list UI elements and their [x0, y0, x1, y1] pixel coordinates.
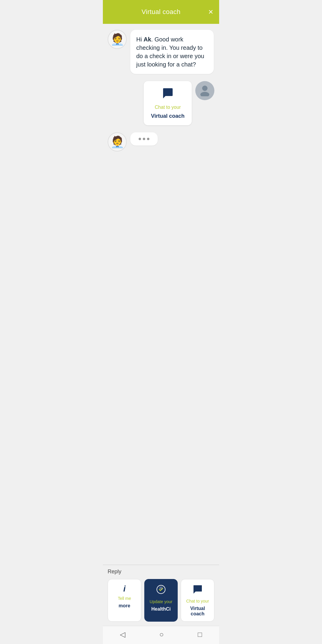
coach-avatar-emoji-2: 🧑‍💼 [110, 136, 124, 148]
back-nav-button[interactable]: ◁ [120, 630, 125, 639]
coach-avatar-emoji: 🧑‍💼 [110, 34, 124, 45]
dot-3 [147, 138, 149, 140]
home-nav-button[interactable]: ○ [159, 630, 164, 639]
nav-bar: ◁ ○ □ [103, 626, 219, 644]
coach-message-row: 🧑‍💼 Hi Ak. Good work checking in. You re… [108, 30, 214, 74]
update-health-label-bottom: HealthCi [151, 606, 171, 612]
info-icon: i [123, 584, 126, 594]
coach-bubble: Hi Ak. Good work checking in. You ready … [130, 30, 214, 74]
header-title: Virtual coach [142, 8, 181, 16]
chat-area: 🧑‍💼 Hi Ak. Good work checking in. You re… [103, 24, 219, 565]
user-avatar-icon [198, 83, 211, 98]
chat-icon [193, 584, 203, 596]
chat-coach-label-bottom: Virtual coach [183, 606, 212, 617]
svg-point-1 [200, 92, 209, 96]
greeting-text: Hi [136, 36, 143, 43]
action-buttons: i Tell me more Update your HealthCi [108, 579, 214, 625]
typing-row: 🧑‍💼 [108, 132, 214, 151]
chat-coach-label-top: Chat to your [186, 599, 209, 603]
update-health-button[interactable]: Update your HealthCi [144, 579, 178, 622]
tell-me-more-button[interactable]: i Tell me more [108, 579, 141, 622]
dot-1 [139, 138, 141, 140]
chat-virtual-coach-button[interactable]: Chat to your Virtual coach [181, 579, 214, 622]
typing-dots [139, 138, 149, 140]
user-name: Ak [143, 36, 151, 43]
coach-avatar: 🧑‍💼 [108, 30, 127, 49]
reply-label: Reply [108, 569, 214, 575]
user-response-row: Chat to your Virtual coach [108, 81, 214, 125]
close-button[interactable]: × [208, 8, 213, 16]
card-label-top: Chat to your [155, 105, 181, 110]
chat-option-card[interactable]: Chat to your Virtual coach [144, 81, 192, 125]
reply-area: Reply i Tell me more Update your HealthC… [103, 565, 219, 626]
coach-message-text: Hi Ak. Good work checking in. You ready … [136, 35, 208, 69]
header: Virtual coach × [103, 0, 219, 24]
chat-bubble-icon [162, 87, 174, 102]
typing-bubble [130, 132, 158, 145]
svg-point-0 [202, 86, 208, 91]
tell-more-label-bottom: more [119, 603, 130, 609]
health-icon [156, 584, 166, 597]
recent-nav-button[interactable]: □ [198, 630, 202, 639]
tell-more-label-top: Tell me [118, 596, 131, 601]
card-label-bottom: Virtual coach [151, 113, 185, 119]
user-avatar [195, 81, 214, 100]
coach-avatar-2: 🧑‍💼 [108, 132, 127, 151]
dot-2 [143, 138, 145, 140]
update-health-label-top: Update your [150, 599, 172, 604]
